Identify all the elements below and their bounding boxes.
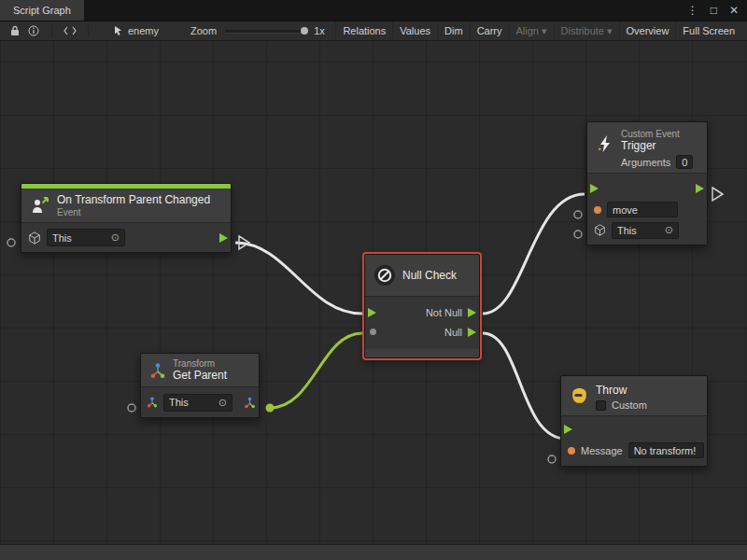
not-null-output-port[interactable] bbox=[468, 308, 476, 317]
string-input-port[interactable] bbox=[594, 206, 601, 214]
zoom-slider-track bbox=[225, 30, 305, 33]
node-title: Throw bbox=[596, 384, 647, 397]
bottom-strip bbox=[0, 544, 747, 560]
wire-getparent-to-nullcheck[interactable] bbox=[270, 333, 362, 408]
null-output-port[interactable] bbox=[468, 328, 476, 337]
lock-icon[interactable] bbox=[6, 22, 24, 39]
distribute-dropdown-button[interactable]: Distribute▾ bbox=[554, 21, 619, 40]
values-button[interactable]: Values bbox=[392, 21, 437, 40]
node-titles: Custom Event Trigger Arguments 0 bbox=[621, 129, 693, 169]
node-title: On Transform Parent Changed bbox=[57, 193, 210, 206]
graph-toolbar: enemy Zoom 1x Relations Values Dim Carry… bbox=[0, 21, 747, 41]
zoom-slider-thumb[interactable] bbox=[301, 27, 308, 35]
node-title: Trigger bbox=[621, 139, 693, 152]
node-titles: Throw Custom bbox=[596, 384, 647, 411]
wire-event-to-nullcheck[interactable] bbox=[235, 243, 362, 314]
tab-bar: Script Graph ⋮ □ ✕ bbox=[0, 0, 747, 21]
overview-button[interactable]: Overview bbox=[619, 21, 676, 40]
node-titles: Transform Get Parent bbox=[173, 358, 227, 382]
node-title: Null Check bbox=[402, 269, 457, 282]
event-name-field[interactable]: move bbox=[607, 202, 678, 217]
getparent-this-port[interactable] bbox=[128, 404, 135, 412]
zoom-label: Zoom bbox=[190, 25, 217, 36]
node-header: On Transform Parent Changed Event bbox=[21, 189, 231, 222]
value-input-port[interactable] bbox=[370, 329, 376, 335]
arguments-label: Arguments bbox=[621, 157, 670, 168]
control-input-port[interactable] bbox=[564, 425, 572, 434]
custom-event-icon bbox=[596, 134, 614, 153]
trigger-name-port[interactable] bbox=[574, 211, 582, 218]
carry-button[interactable]: Carry bbox=[470, 21, 509, 40]
dim-button[interactable]: Dim bbox=[437, 21, 470, 40]
custom-label: Custom bbox=[612, 399, 647, 411]
pointer-icon bbox=[114, 25, 123, 36]
node-title: Get Parent bbox=[173, 369, 227, 382]
node-null-check[interactable]: Null Check Not Null Null bbox=[364, 254, 480, 358]
toolbar-separator bbox=[51, 24, 52, 37]
event-this-port[interactable] bbox=[7, 239, 15, 246]
control-input-port[interactable] bbox=[590, 184, 599, 193]
message-field[interactable]: No transform! bbox=[628, 442, 704, 458]
wire-null-to-throw[interactable] bbox=[483, 333, 566, 439]
tab-title: Script Graph bbox=[13, 5, 71, 16]
node-header: Transform Get Parent bbox=[141, 354, 259, 386]
node-subtitle: Event bbox=[57, 207, 210, 217]
node-titles: On Transform Parent Changed Event bbox=[57, 193, 210, 217]
object-picker-icon[interactable]: ⊙ bbox=[111, 231, 120, 244]
graph-canvas[interactable]: On Transform Parent Changed Event This ⊙ bbox=[0, 41, 747, 544]
window-controls: ⋮ □ ✕ bbox=[687, 0, 747, 21]
zoom-value: 1x bbox=[314, 25, 325, 36]
custom-checkbox[interactable] bbox=[596, 400, 606, 411]
graph-name: enemy bbox=[128, 25, 159, 36]
info-icon[interactable] bbox=[24, 22, 43, 39]
object-picker-icon[interactable]: ⊙ bbox=[218, 397, 227, 409]
relations-button[interactable]: Relations bbox=[335, 21, 392, 40]
null-check-icon bbox=[374, 264, 396, 287]
trigger-this-port[interactable] bbox=[574, 231, 582, 238]
node-get-parent[interactable]: Transform Get Parent This ⊙ bbox=[140, 353, 260, 418]
node-on-transform-parent-changed[interactable]: On Transform Parent Changed Event This ⊙ bbox=[21, 183, 232, 253]
toolbar-separator bbox=[88, 24, 89, 37]
node-body: move This ⊙ bbox=[587, 173, 707, 245]
control-input-port[interactable] bbox=[368, 308, 376, 317]
throw-message-port[interactable] bbox=[548, 455, 556, 463]
zoom-control: Zoom 1x bbox=[190, 24, 325, 37]
wire-notnull-to-trigger[interactable] bbox=[483, 194, 585, 314]
object-picker-icon[interactable]: ⊙ bbox=[665, 224, 673, 236]
menu-icon[interactable]: ⋮ bbox=[687, 5, 698, 16]
zoom-slider[interactable] bbox=[225, 24, 305, 37]
port-label: Null bbox=[444, 327, 462, 338]
node-throw[interactable]: Throw Custom Message No transform! bbox=[560, 375, 708, 467]
arguments-field[interactable]: 0 bbox=[676, 155, 693, 169]
tab-script-graph[interactable]: Script Graph bbox=[0, 0, 84, 21]
string-input-port[interactable] bbox=[568, 447, 575, 455]
code-icon[interactable] bbox=[61, 22, 79, 39]
toolbar-buttons: Relations Values Dim Carry Align▾ Distri… bbox=[335, 21, 741, 40]
port-label: Not Null bbox=[426, 307, 462, 318]
node-category: Transform bbox=[173, 358, 227, 369]
node-header: Null Check bbox=[365, 255, 479, 296]
this-dropdown[interactable]: This ⊙ bbox=[612, 222, 679, 239]
node-header: Custom Event Trigger Arguments 0 bbox=[587, 122, 707, 173]
graph-reference[interactable]: enemy bbox=[114, 25, 159, 36]
node-body: Message No transform! bbox=[561, 415, 707, 466]
this-dropdown[interactable]: This ⊙ bbox=[163, 394, 233, 412]
close-icon[interactable]: ✕ bbox=[729, 5, 739, 16]
control-output-port[interactable] bbox=[696, 184, 704, 193]
flow-arrow-indicator bbox=[712, 188, 723, 201]
node-body: This ⊙ bbox=[21, 222, 231, 252]
maximize-icon[interactable]: □ bbox=[711, 5, 717, 16]
node-category: Custom Event bbox=[621, 129, 693, 139]
node-header: Throw Custom bbox=[561, 376, 707, 415]
gameobject-cube-icon bbox=[28, 231, 41, 245]
control-output-port[interactable] bbox=[219, 233, 228, 243]
custom-toggle-row: Custom bbox=[596, 399, 647, 411]
chevron-down-icon: ▾ bbox=[607, 25, 613, 37]
node-trigger-custom-event[interactable]: Custom Event Trigger Arguments 0 move bbox=[586, 121, 708, 245]
transform-output-port[interactable] bbox=[244, 397, 256, 409]
this-dropdown[interactable]: This ⊙ bbox=[47, 229, 125, 246]
align-dropdown-button[interactable]: Align▾ bbox=[509, 21, 554, 40]
throw-exception-icon bbox=[570, 386, 589, 406]
transform-parent-changed-icon bbox=[30, 195, 50, 216]
fullscreen-button[interactable]: Full Screen bbox=[675, 21, 741, 40]
